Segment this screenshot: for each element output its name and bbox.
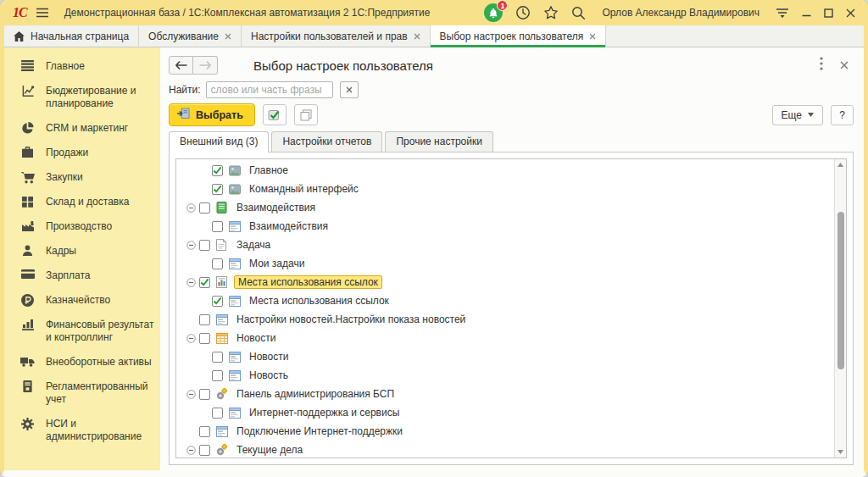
search-icon[interactable] xyxy=(571,6,586,20)
tree-row-12[interactable]: Новость xyxy=(176,366,834,385)
tree-row-2[interactable]: Командный интерфейс xyxy=(176,180,834,198)
table-icon xyxy=(216,333,229,344)
vertical-scrollbar[interactable] xyxy=(834,159,846,458)
tree-checkbox[interactable] xyxy=(212,165,223,176)
tree-row-9[interactable]: Настройки новостей.Настройки показа ново… xyxy=(176,310,834,329)
scroll-down-icon[interactable] xyxy=(835,446,846,458)
nav-back-button[interactable] xyxy=(169,56,193,75)
expander-minus-icon[interactable] xyxy=(186,390,199,399)
connection-speed-icon[interactable] xyxy=(776,7,789,19)
settings-tab-1[interactable]: Внешний вид (3) xyxy=(169,131,269,153)
sidebar-item-2[interactable]: Бюджетирование и планирование xyxy=(4,79,160,116)
select-button[interactable]: Выбрать xyxy=(169,103,255,126)
tree-checkbox[interactable] xyxy=(199,277,210,288)
tree-row-11[interactable]: Новости xyxy=(176,347,834,366)
tab-close-icon[interactable] xyxy=(225,33,231,40)
settings-tab-2[interactable]: Настройки отчетов xyxy=(271,131,382,152)
tree-row-label: Новость xyxy=(247,369,291,382)
tree-checkbox[interactable] xyxy=(212,258,223,269)
tree-row-8[interactable]: Места использования ссылок xyxy=(176,291,834,310)
sections-sidebar: ГлавноеБюджетирование и планированиеCRM … xyxy=(4,47,160,470)
current-user-name[interactable]: Орлов Александр Владимирович xyxy=(602,7,760,19)
notifications-bell-icon[interactable]: 1 xyxy=(484,3,503,22)
tree-checkbox[interactable] xyxy=(199,314,210,325)
tree-checkbox[interactable] xyxy=(212,352,223,363)
tree-row-7[interactable]: Места использования ссылок xyxy=(176,273,834,291)
tree-checkbox[interactable] xyxy=(212,184,223,195)
expander-minus-icon[interactable] xyxy=(186,334,199,343)
help-button[interactable]: ? xyxy=(831,105,854,125)
panel-close-icon[interactable] xyxy=(840,58,849,73)
expander-minus-icon[interactable] xyxy=(186,241,199,250)
sidebar-item-label: Казначейство xyxy=(46,294,110,307)
tree-checkbox[interactable] xyxy=(212,370,223,381)
scroll-up-icon[interactable] xyxy=(835,159,846,170)
sidebar-item-7[interactable]: Производство xyxy=(4,214,160,239)
sidebar-item-6[interactable]: Склад и доставка xyxy=(4,190,160,214)
tree-row-13[interactable]: Панель администрирования БСП xyxy=(176,385,834,403)
tree-checkbox[interactable] xyxy=(199,389,210,400)
tree-checkbox[interactable] xyxy=(199,240,210,251)
sidebar-item-9[interactable]: Зарплата xyxy=(4,263,160,288)
tree-checkbox[interactable] xyxy=(199,426,210,437)
sidebar-item-1[interactable]: Главное xyxy=(4,54,160,79)
tree-row-14[interactable]: Интернет-поддержка и сервисы xyxy=(176,403,834,422)
history-icon[interactable] xyxy=(515,5,531,20)
sidebar-item-12[interactable]: Внеоборотные активы xyxy=(4,350,160,374)
tree-checkbox[interactable] xyxy=(212,221,223,232)
uncheck-all-button[interactable] xyxy=(294,104,318,125)
close-button[interactable] xyxy=(846,8,855,18)
tree-row-10[interactable]: Новости xyxy=(176,329,834,347)
tree-checkbox[interactable] xyxy=(199,445,210,456)
home-icon xyxy=(14,31,25,42)
scrollbar-thumb[interactable] xyxy=(837,212,844,369)
nav-forward-button[interactable] xyxy=(193,56,218,75)
maximize-button[interactable] xyxy=(824,8,833,18)
more-button[interactable]: Еще xyxy=(772,105,823,125)
sidebar-item-13[interactable]: Регламентированный учет xyxy=(4,374,160,412)
document-icon xyxy=(216,239,229,251)
app-tab-2[interactable]: Обслуживание xyxy=(139,25,242,47)
tab-close-icon[interactable] xyxy=(589,33,596,40)
tree-row-15[interactable]: Подключение Интернет-поддержки xyxy=(176,422,834,441)
app-tab-4[interactable]: Выбор настроек пользователя xyxy=(431,25,607,47)
expander-minus-icon[interactable] xyxy=(186,278,199,287)
form-icon xyxy=(229,352,242,363)
tab-close-icon[interactable] xyxy=(414,33,420,40)
tree-checkbox[interactable] xyxy=(212,408,223,419)
check-all-button[interactable] xyxy=(263,104,287,125)
main-menu-icon[interactable] xyxy=(36,8,49,18)
clear-search-icon[interactable] xyxy=(340,81,359,98)
tree-row-6[interactable]: Мои задачи xyxy=(176,254,834,273)
tree-row-3[interactable]: Взаимодействия xyxy=(176,198,834,217)
sidebar-item-11[interactable]: Финансовый результат и контроллинг xyxy=(4,313,160,350)
bar-chart-icon xyxy=(20,319,35,330)
sidebar-item-14[interactable]: НСИ и администрирование xyxy=(4,412,160,449)
tree-row-16[interactable]: Текущие дела xyxy=(176,441,834,458)
minimize-button[interactable] xyxy=(802,8,811,17)
favorites-star-icon[interactable] xyxy=(543,5,559,20)
sidebar-item-10[interactable]: Казначейство xyxy=(4,288,160,313)
app-tab-3[interactable]: Настройки пользователей и прав xyxy=(242,25,431,47)
expander-minus-icon[interactable] xyxy=(186,446,199,455)
settings-tree-box: ГлавноеКомандный интерфейсВзаимодействия… xyxy=(175,158,847,458)
sidebar-item-4[interactable]: Продажи xyxy=(4,141,160,165)
search-input[interactable] xyxy=(206,81,333,98)
sidebar-item-5[interactable]: Закупки xyxy=(4,165,160,190)
tab-content-panel: ГлавноеКомандный интерфейсВзаимодействия… xyxy=(169,152,854,465)
tree-checkbox[interactable] xyxy=(199,202,210,214)
settings-tab-3[interactable]: Прочие настройки xyxy=(385,131,492,152)
scrollbar-track[interactable] xyxy=(835,170,846,446)
sidebar-item-3[interactable]: CRM и маркетинг xyxy=(4,116,160,141)
tree-checkbox[interactable] xyxy=(212,296,223,307)
tree-row-1[interactable]: Главное xyxy=(176,161,834,180)
form-icon xyxy=(229,408,242,419)
app-tab-1[interactable]: Начальная страница xyxy=(4,25,139,47)
sidebar-item-8[interactable]: Кадры xyxy=(4,239,160,263)
warehouse-grid-icon xyxy=(20,196,35,208)
more-dots-icon[interactable] xyxy=(820,57,823,74)
tree-row-5[interactable]: Задача xyxy=(176,236,834,254)
tree-checkbox[interactable] xyxy=(199,333,210,344)
tree-row-4[interactable]: Взаимодействия xyxy=(176,217,834,236)
expander-minus-icon[interactable] xyxy=(186,203,199,213)
